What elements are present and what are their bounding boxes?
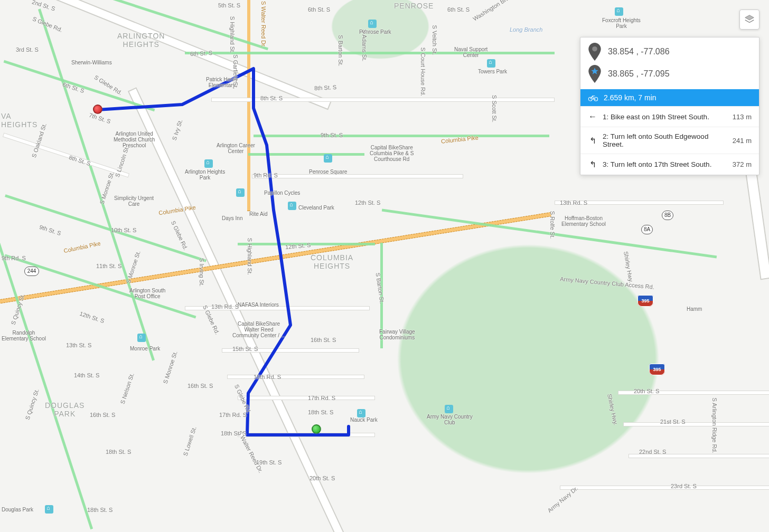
- shield-i395-b: 395: [649, 364, 665, 375]
- waypoint-end-text: 38.865 , -77.095: [608, 69, 670, 79]
- map-pin-icon: [588, 43, 602, 61]
- shield-i395-a: 395: [637, 295, 653, 307]
- poi-icon-douglas-park: [45, 505, 53, 514]
- route-summary-bar[interactable]: 2.659 km, 7 min: [580, 89, 759, 106]
- arrow-east-icon: ←: [588, 112, 597, 121]
- step-distance: 113 m: [733, 113, 752, 121]
- waypoint-end-row[interactable]: 38.865 , -77.095: [580, 64, 759, 89]
- poi-icon-penrose-park: [368, 20, 377, 28]
- road-22nd-e: [629, 454, 769, 458]
- bikepath-10: [238, 243, 375, 245]
- shield-244: 244: [24, 267, 39, 276]
- shield-8a: 8A: [641, 225, 653, 234]
- svg-marker-0: [745, 15, 754, 20]
- road-20th-e: [618, 391, 769, 395]
- bicycle-icon: [588, 94, 598, 101]
- road-23rd-e: [560, 486, 769, 490]
- poi-icon-monroe: [137, 334, 146, 342]
- directions-step-list: ← 1: Bike east on 19th Street South. 113…: [580, 106, 759, 175]
- step-text: 1: Bike east on 19th Street South.: [603, 113, 727, 121]
- road-13th-rd-e: [555, 201, 724, 205]
- poi-icon-arlington-heights-park: [204, 159, 213, 168]
- bikepath-12: [380, 243, 383, 348]
- road-8th: [211, 98, 555, 102]
- road-18th: [238, 433, 375, 437]
- road-17th-rd: [238, 396, 375, 400]
- direction-step[interactable]: ← 1: Bike east on 19th Street South. 113…: [580, 106, 759, 127]
- map-viewport[interactable]: 244 395 395 8B 8A ARLINGTON HEIGHTS PENR…: [0, 0, 769, 532]
- arrow-left-icon: ↰: [588, 136, 597, 146]
- layers-button[interactable]: [739, 10, 759, 30]
- bikepath-3: [185, 52, 555, 54]
- svg-point-1: [592, 46, 597, 52]
- directions-panel: 38.854 , -77.086 38.865 , -77.095 2.659 …: [580, 37, 759, 175]
- road-15th: [222, 348, 359, 353]
- step-text: 3: Turn left onto 17th Street South.: [603, 160, 727, 168]
- poi-icon-foxcroft: [615, 7, 623, 16]
- step-distance: 372 m: [733, 160, 752, 168]
- road-9th-rd: [252, 174, 463, 178]
- poi-icon-towers-park: [487, 59, 495, 68]
- route-end-marker[interactable]: [93, 104, 102, 114]
- map-pin-star-icon: [588, 65, 602, 83]
- route-start-marker[interactable]: [312, 424, 321, 434]
- arrow-left-icon: ↰: [588, 159, 597, 169]
- poi-icon-nauck: [357, 409, 365, 417]
- road-21st-e: [623, 422, 769, 426]
- shield-8b: 8B: [662, 211, 673, 220]
- poi-icon-armynavy: [445, 405, 453, 413]
- road-16th-rd: [227, 375, 364, 379]
- bikepath-4: [254, 135, 549, 137]
- poi-icon-cleveland: [288, 202, 296, 210]
- waypoint-start-row[interactable]: 38.854 , -77.086: [580, 37, 759, 64]
- step-distance: 241 m: [733, 137, 752, 145]
- road-walter-reed-n: [247, 0, 250, 211]
- route-summary-text: 2.659 km, 7 min: [604, 93, 657, 102]
- direction-step[interactable]: ↰ 2: Turn left onto South Edgewood Stree…: [580, 127, 759, 154]
- direction-step[interactable]: ↰ 3: Turn left onto 17th Street South. 3…: [580, 154, 759, 175]
- waypoint-start-text: 38.854 , -77.086: [608, 47, 670, 56]
- step-text: 2: Turn left onto South Edgewood Street.: [603, 132, 727, 148]
- bikepath-9: [248, 153, 364, 156]
- layers-icon: [744, 14, 755, 25]
- poi-icon-penrose-sq: [324, 154, 332, 163]
- road-13th: [185, 306, 370, 310]
- poi-icon-papillon: [236, 188, 245, 197]
